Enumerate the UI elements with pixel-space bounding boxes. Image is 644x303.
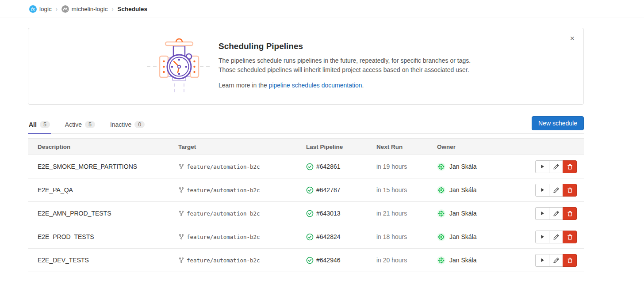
group-avatar-icon: fx <box>29 5 37 13</box>
branch-name: feature/automation-b2c <box>187 257 260 264</box>
schedule-target: feature/automation-b2c <box>178 187 306 193</box>
pipeline-number: #642861 <box>316 163 341 170</box>
owner-avatar-icon <box>437 186 445 194</box>
schedule-filter-tabs: All 5 Active 5 Inactive 0 <box>28 117 159 133</box>
edit-schedule-button[interactable] <box>549 184 563 197</box>
project-avatar-icon <box>61 5 69 13</box>
owner-link[interactable]: Jan Skála <box>437 163 535 171</box>
schedule-description: E2E_PA_QA <box>38 186 178 193</box>
schedule-description: E2E_SMOKE_MORE_PARTITIONS <box>38 163 178 170</box>
play-icon <box>539 257 545 263</box>
edit-schedule-button[interactable] <box>549 160 563 173</box>
header-last-pipeline: Last Pipeline <box>306 144 376 150</box>
delete-schedule-button[interactable] <box>563 160 577 173</box>
new-schedule-button[interactable]: New schedule <box>532 116 584 130</box>
last-pipeline-link[interactable]: #642861 <box>306 163 376 170</box>
tab-active[interactable]: Active 5 <box>64 117 96 134</box>
scheduling-pipelines-banner: Scheduling Pipelines The pipelines sched… <box>28 28 584 105</box>
pipeline-success-icon <box>306 186 314 194</box>
delete-schedule-button[interactable] <box>563 184 577 197</box>
breadcrumb-separator-icon: › <box>56 6 58 12</box>
pipeline-number: #642946 <box>316 257 341 264</box>
banner-learn-more: Learn more in the pipeline schedules doc… <box>218 82 583 89</box>
tab-inactive-label: Inactive <box>110 121 131 128</box>
breadcrumb-separator-icon: › <box>112 6 114 12</box>
pencil-icon <box>553 163 560 170</box>
table-row: E2E_DEV_TESTS feature/automation-b2c #64… <box>28 249 584 272</box>
edit-schedule-button[interactable] <box>549 254 563 267</box>
table-header-row: Description Target Last Pipeline Next Ru… <box>28 138 584 155</box>
last-pipeline-link[interactable]: #643013 <box>306 210 376 217</box>
row-actions <box>535 207 577 220</box>
schedule-target: feature/automation-b2c <box>178 163 306 170</box>
banner-description-line1: The pipelines schedule runs pipelines in… <box>218 56 583 65</box>
owner-avatar-icon <box>437 233 445 241</box>
pencil-icon <box>553 187 560 193</box>
schedule-target: feature/automation-b2c <box>178 257 306 264</box>
row-actions <box>535 184 577 197</box>
pipeline-success-icon <box>306 163 314 170</box>
table-row: E2E_PA_QA feature/automation-b2c #642787… <box>28 178 584 202</box>
pencil-icon <box>553 257 560 264</box>
next-run-time: in 19 hours <box>376 163 437 170</box>
banner-close-button[interactable]: × <box>569 34 575 43</box>
tab-active-count-badge: 5 <box>85 121 95 128</box>
header-next-run: Next Run <box>376 144 437 150</box>
delete-schedule-button[interactable] <box>563 207 577 220</box>
tab-all-count-badge: 5 <box>40 121 50 128</box>
delete-schedule-button[interactable] <box>563 254 577 267</box>
stopwatch-valve-illustration-icon <box>146 38 212 94</box>
owner-link[interactable]: Jan Skála <box>437 186 535 194</box>
play-schedule-button[interactable] <box>535 254 549 267</box>
owner-avatar-icon <box>437 256 445 265</box>
owner-avatar-icon <box>437 209 445 218</box>
owner-link[interactable]: Jan Skála <box>437 256 535 265</box>
banner-description-line2: Those scheduled pipelines will inherit l… <box>218 65 583 75</box>
schedules-table: Description Target Last Pipeline Next Ru… <box>28 138 584 272</box>
play-schedule-button[interactable] <box>535 160 549 173</box>
learn-more-prefix: Learn more in the <box>218 82 269 89</box>
breadcrumb: fx logic › michelin-logic › Schedules <box>0 0 644 18</box>
tab-all[interactable]: All 5 <box>28 117 51 134</box>
breadcrumb-group-logic[interactable]: fx logic <box>29 5 52 13</box>
edit-schedule-button[interactable] <box>549 207 563 220</box>
owner-avatar-icon <box>437 163 445 171</box>
trash-icon <box>567 163 573 170</box>
pencil-icon <box>553 234 560 240</box>
row-actions <box>535 231 577 243</box>
pipeline-schedule-illustration <box>28 28 218 104</box>
tab-active-label: Active <box>65 121 82 128</box>
play-schedule-button[interactable] <box>535 184 549 197</box>
pipeline-number: #642787 <box>316 186 341 193</box>
delete-schedule-button[interactable] <box>563 231 577 243</box>
trash-icon <box>567 210 573 217</box>
owner-link[interactable]: Jan Skála <box>437 233 535 241</box>
tab-inactive[interactable]: Inactive 0 <box>109 117 146 134</box>
last-pipeline-link[interactable]: #642787 <box>306 186 376 194</box>
branch-name: feature/automation-b2c <box>187 163 260 170</box>
header-owner: Owner <box>437 144 535 150</box>
learn-more-suffix: . <box>362 82 364 89</box>
last-pipeline-link[interactable]: #642946 <box>306 257 376 264</box>
play-schedule-button[interactable] <box>535 231 549 243</box>
tab-inactive-count-badge: 0 <box>134 121 145 128</box>
branch-name: feature/automation-b2c <box>187 210 260 217</box>
row-actions <box>535 160 577 173</box>
pipeline-schedules-docs-link[interactable]: pipeline schedules documentation <box>269 82 362 89</box>
schedule-description: E2E_AMN_PROD_TESTS <box>38 210 178 217</box>
trash-icon <box>567 187 573 193</box>
edit-schedule-button[interactable] <box>549 231 563 243</box>
play-icon <box>539 187 545 193</box>
next-run-time: in 18 hours <box>376 233 437 240</box>
play-schedule-button[interactable] <box>535 207 549 220</box>
owner-name: Jan Skála <box>449 257 476 264</box>
close-icon: × <box>570 34 575 43</box>
trash-icon <box>567 234 573 240</box>
play-icon <box>539 210 545 216</box>
owner-name: Jan Skála <box>449 210 476 217</box>
breadcrumb-project-michelin-logic[interactable]: michelin-logic <box>61 5 108 13</box>
last-pipeline-link[interactable]: #642824 <box>306 233 376 241</box>
owner-link[interactable]: Jan Skála <box>437 209 535 218</box>
branch-name: feature/automation-b2c <box>187 187 260 193</box>
schedule-target: feature/automation-b2c <box>178 210 306 217</box>
